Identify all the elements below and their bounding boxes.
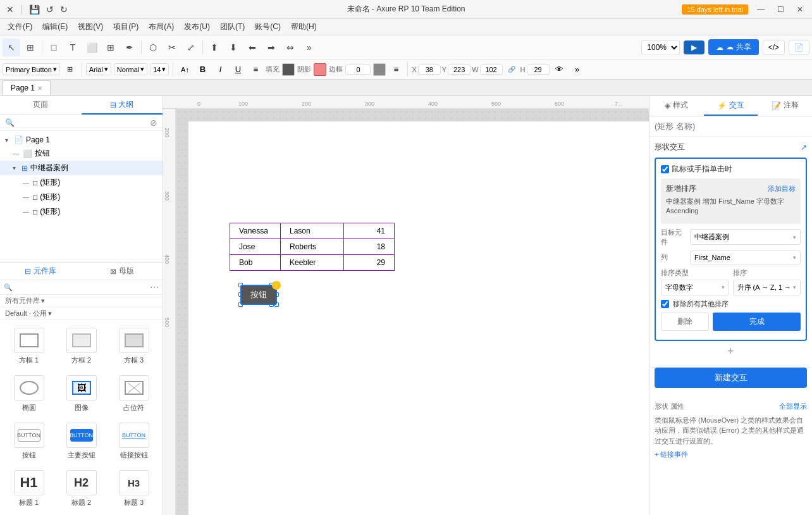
export-icon[interactable]: ↗ [801,143,807,152]
font-size-up[interactable]: A↑ [177,62,192,77]
border-input[interactable]: 0 [345,65,371,75]
comp-sub-selector[interactable]: Default · 公用 ▾ [0,307,163,320]
comp-h2[interactable]: H2 标题 2 [58,468,105,510]
menu-team[interactable]: 团队(T) [215,20,250,34]
tree-item-rect1[interactable]: — □ (矩形) [0,175,163,190]
canvas-button[interactable]: 按钮 ⚡ [240,285,277,305]
widget-tool[interactable]: ⬜ [83,39,101,56]
expand-repeater[interactable]: ▾ [13,164,20,171]
border-color[interactable] [373,63,386,76]
tree-item-btn[interactable]: — ⬜ 按钮 [0,146,163,161]
y-input[interactable]: 223 [448,65,471,75]
widget-edit-btn[interactable]: ⊞ [63,62,78,77]
sort-type-select[interactable]: 字母数字 ▾ [661,280,729,295]
cut-tool[interactable]: ✂ [163,39,181,56]
size-dropdown[interactable]: 14 ▾ [150,63,169,75]
fill-color[interactable] [282,63,295,76]
menu-file[interactable]: 文件(F) [3,20,37,34]
redo-icon[interactable]: ↻ [59,3,69,16]
widget-name-dropdown[interactable]: Primary Button ▾ [3,63,60,75]
menu-edit[interactable]: 编辑(E) [37,20,73,34]
comp-rect1[interactable]: 方框 1 [5,325,52,368]
page1-tab-close[interactable]: ✕ [37,85,42,92]
zoom-select[interactable]: 100% 75% 50% 150% [641,40,680,54]
remove-sorts-checkbox[interactable] [661,300,669,308]
save-icon[interactable]: 💾 [28,3,41,16]
menu-account[interactable]: 账号(C) [250,20,286,34]
expand-page1[interactable]: ▾ [5,137,13,144]
pages-tab[interactable]: 页面 [0,96,82,115]
menu-help[interactable]: 帮助(H) [286,20,322,34]
menu-project[interactable]: 项目(P) [108,20,144,34]
comp-h3[interactable]: H3 标题 3 [110,468,157,510]
tree-item-rect3[interactable]: — □ (矩形) [0,204,163,219]
menu-view[interactable]: 视图(V) [73,20,108,34]
align-top[interactable]: ⬆ [206,39,223,56]
comp-lib-selector[interactable]: 所有元件库 ▾ [0,295,163,307]
dist-tool[interactable]: ⇔ [281,39,299,56]
delete-button[interactable]: 删除 [661,313,709,331]
comp-h1[interactable]: H1 标题 1 [5,468,52,510]
align-right[interactable]: ➡ [262,39,280,56]
sort-order-select[interactable]: 升序 (A → Z, 1 → ▾ [733,280,801,295]
style-dropdown[interactable]: Normal ▾ [114,63,147,75]
filter-icon[interactable]: ⊘ [150,118,157,128]
comp-primary-btn[interactable]: BUTTON 主要按钮 [58,420,105,462]
table-tool[interactable]: ⊞ [102,39,120,56]
mouse-click-checkbox[interactable] [661,165,669,173]
target-select[interactable]: 中继器案例 ▾ [690,229,801,245]
tree-item-repeater[interactable]: ▾ ⊞ 中继器案例 [0,161,163,175]
style-tab[interactable]: ◈ 样式 [649,96,704,116]
publish-button[interactable]: 📄 [789,40,809,55]
connect-tool[interactable]: ⊞ [22,39,39,56]
note-tab[interactable]: 📝 注释 [758,96,812,116]
resize-tool[interactable]: ⤢ [182,39,200,56]
comp-ellipse[interactable]: 椭圆 [5,373,52,415]
add-target-label[interactable]: 添加目标 [768,184,796,194]
comp-lib-tab[interactable]: ⊟ 元件库 [0,263,82,280]
text-tool[interactable]: T [64,39,82,56]
comp-rect3[interactable]: 方框 3 [110,325,157,368]
comp-placeholder[interactable]: 占位符 [110,373,157,415]
underline-button[interactable]: U [230,62,245,77]
visible-btn[interactable]: 👁 [552,62,567,77]
menu-publish[interactable]: 发布(U) [179,20,215,34]
comp-more-icon[interactable]: ⋯ [150,282,159,292]
tree-item-page1[interactable]: ▾ 📄 Page 1 [0,133,163,146]
close-window-button[interactable]: ✕ [793,4,807,15]
share-button[interactable]: ☁ ☁ 共享 [708,39,758,55]
outline-search-input[interactable] [17,118,147,127]
comp-search-input[interactable] [15,283,147,291]
font-dropdown[interactable]: Arial ▾ [86,63,111,75]
link-events[interactable]: + 链接事件 [655,450,807,459]
align-left[interactable]: ⬅ [243,39,261,56]
master-tab[interactable]: ⊠ 母版 [82,263,163,280]
lock-btn[interactable]: 🔗 [504,62,519,77]
w-input[interactable]: 102 [480,65,503,75]
done-button[interactable]: 完成 [713,313,801,331]
italic-button[interactable]: I [212,62,228,77]
comp-link-btn[interactable]: BUTTON 链接按钮 [110,420,157,462]
shadow-color[interactable] [314,63,326,76]
col-select[interactable]: First_Name ▾ [690,251,801,264]
rectangle-tool[interactable]: □ [45,39,63,56]
comp-button[interactable]: BUTTON 按钮 [5,420,52,462]
canvas-scroll[interactable]: Vanessa Lason 41 Jose Roberts 18 Bob [176,109,649,515]
undo-icon[interactable]: ↺ [45,3,55,16]
maximize-button[interactable]: ☐ [773,4,788,15]
page1-tab[interactable]: Page 1 ✕ [3,80,51,95]
interact-tab[interactable]: ⚡ 交互 [704,96,758,116]
code-button[interactable]: </> [763,40,785,55]
align-btn[interactable]: ≡ [388,62,403,77]
x-input[interactable]: 38 [418,65,441,75]
all-button[interactable]: 全部显示 [779,402,807,411]
menu-layout[interactable]: 布局(A) [144,20,179,34]
align-mid[interactable]: ⬇ [225,39,242,56]
rect-name-input[interactable] [655,121,807,131]
format-tool[interactable]: ⬡ [144,39,162,56]
list-button[interactable]: ≡ [248,62,263,77]
bold-button[interactable]: B [195,62,210,77]
minimize-button[interactable]: — [753,4,768,15]
close-icon[interactable]: ✕ [5,3,15,16]
comp-image[interactable]: 🖼 图像 [58,373,105,415]
